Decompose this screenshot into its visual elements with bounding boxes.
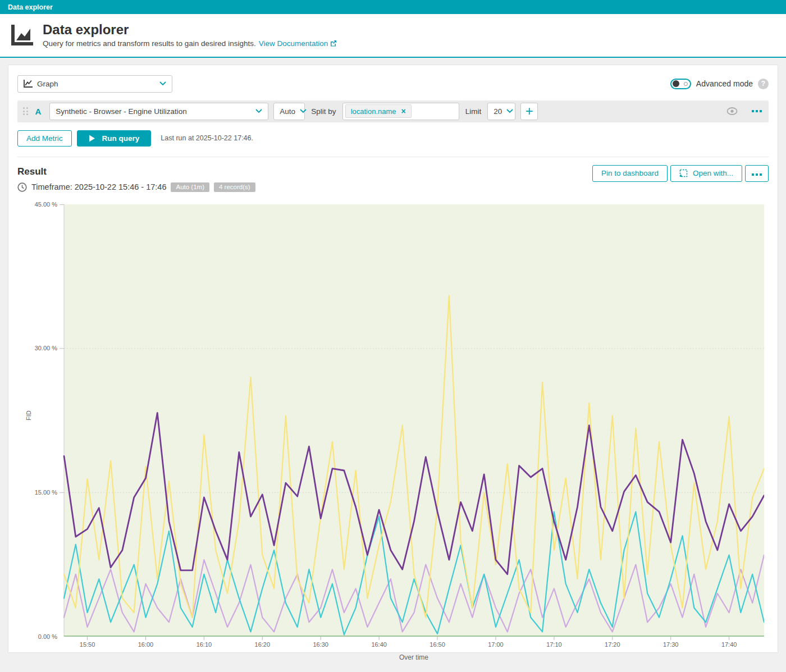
- metric-select[interactable]: Synthetic - Browser - Engine Utilization: [49, 103, 268, 120]
- limit-label: Limit: [465, 107, 482, 116]
- aggregation-select[interactable]: Auto: [273, 103, 305, 120]
- split-by-chip: location.name ×: [345, 104, 412, 118]
- visibility-eye-icon[interactable]: [726, 107, 738, 115]
- page-subtitle: Query for metrics and transform results …: [43, 39, 256, 48]
- x-tick-label: 17:10: [546, 641, 562, 648]
- x-axis-title: Over time: [399, 653, 428, 661]
- play-icon: [89, 135, 95, 142]
- advanced-mode-label: Advanced mode: [696, 79, 753, 88]
- result-more-options-button[interactable]: [745, 165, 769, 182]
- x-tick-label: 16:00: [138, 641, 154, 648]
- run-query-button[interactable]: Run query: [77, 130, 152, 147]
- timeframe-text: Timeframe: 2025-10-22 15:46 - 17:46: [31, 182, 166, 191]
- x-tick-label: 17:30: [663, 641, 679, 648]
- x-tick-label: 16:50: [429, 641, 445, 648]
- metric-query-row: A Synthetic - Browser - Engine Utilizati…: [17, 100, 769, 122]
- limit-select-value: 20: [493, 107, 502, 116]
- y-tick-label: 45.00 %: [17, 201, 57, 208]
- toggle-off-dot: [684, 82, 688, 86]
- record-count-badge: 4 record(s): [214, 182, 255, 192]
- clock-icon: [17, 182, 27, 192]
- page-title: Data explorer: [43, 22, 337, 38]
- x-tick-label: 16:30: [313, 641, 328, 648]
- add-split-button[interactable]: +: [520, 103, 538, 120]
- data-explorer-card: Graph Advanced mode ? A Synthetic - Brow…: [8, 65, 778, 653]
- external-link-icon: [330, 40, 337, 47]
- chevron-down-icon: [506, 109, 513, 113]
- help-icon[interactable]: ?: [758, 79, 769, 89]
- y-axis-title: FID: [25, 410, 32, 420]
- add-metric-button[interactable]: Add Metric: [17, 130, 72, 147]
- more-options-icon: [751, 171, 763, 178]
- chip-remove-icon[interactable]: ×: [401, 107, 406, 116]
- selection-area-icon: [679, 169, 688, 177]
- y-tick-label: 30.00 %: [17, 345, 57, 351]
- split-by-label: Split by: [311, 107, 336, 116]
- page-header: Data explorer Query for metrics and tran…: [0, 14, 786, 58]
- result-chart-svg[interactable]: [60, 204, 764, 642]
- drag-handle-icon[interactable]: [23, 107, 28, 115]
- visualization-select[interactable]: Graph: [17, 75, 172, 93]
- x-tick-label: 16:10: [196, 641, 212, 648]
- last-run-text: Last run at 2025-10-22 17:46.: [161, 134, 253, 142]
- metric-letter: A: [35, 107, 42, 116]
- y-tick-label: 15.00 %: [17, 489, 57, 496]
- view-documentation-link[interactable]: View Documentation: [259, 39, 337, 48]
- x-tick-label: 15:50: [80, 641, 95, 648]
- top-bar: Data explorer: [0, 0, 786, 14]
- toggle-knob: [673, 80, 679, 87]
- pin-to-dashboard-button[interactable]: Pin to dashboard: [592, 165, 668, 182]
- chevron-down-icon: [159, 81, 166, 86]
- resolution-badge: Auto (1m): [171, 182, 209, 192]
- result-chart: FID Over time 15:5016:0016:1016:2016:301…: [17, 200, 769, 667]
- x-tick-label: 17:40: [721, 641, 737, 648]
- x-tick-label: 17:00: [488, 641, 504, 648]
- data-explorer-icon: [11, 24, 35, 46]
- x-tick-label: 16:20: [255, 641, 271, 648]
- top-bar-title: Data explorer: [8, 3, 53, 11]
- aggregation-select-value: Auto: [280, 107, 295, 116]
- limit-select[interactable]: 20: [487, 103, 515, 120]
- graph-chart-icon: [24, 80, 33, 88]
- metric-select-value: Synthetic - Browser - Engine Utilization: [56, 107, 251, 116]
- chevron-down-icon: [300, 109, 307, 113]
- visualization-select-value: Graph: [37, 80, 155, 88]
- split-by-input[interactable]: location.name ×: [342, 103, 459, 120]
- x-tick-label: 17:20: [605, 641, 620, 648]
- x-tick-label: 16:40: [371, 641, 387, 648]
- advanced-mode-toggle[interactable]: [670, 79, 691, 89]
- row-more-options-icon[interactable]: [751, 108, 763, 115]
- chevron-down-icon: [255, 109, 262, 113]
- open-with-button[interactable]: Open with...: [670, 165, 742, 182]
- y-tick-label: 0.00 %: [17, 633, 57, 640]
